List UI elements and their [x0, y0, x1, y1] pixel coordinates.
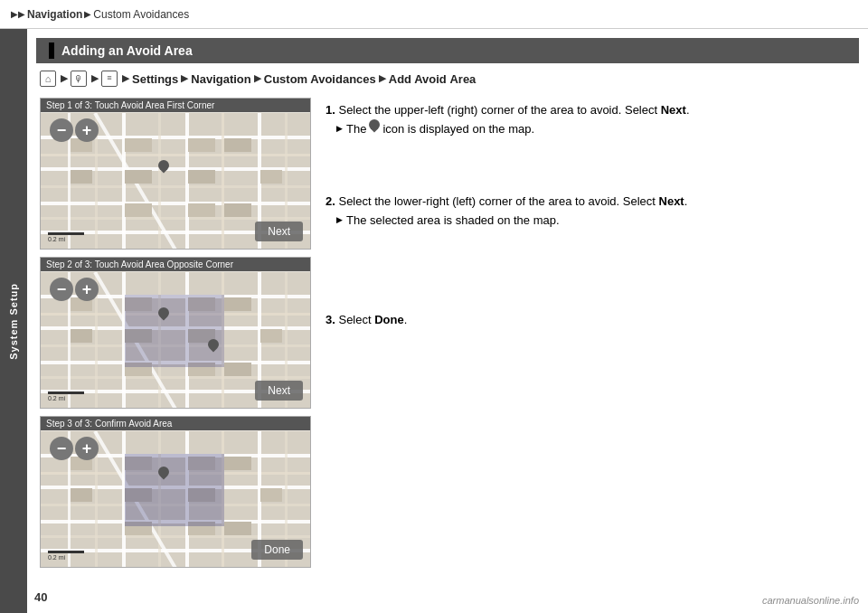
svg-rect-80: [224, 522, 251, 535]
map-1-zoom-controls[interactable]: − +: [50, 118, 99, 142]
section-header: Adding an Avoid Area: [36, 38, 859, 63]
map-3-scale-label: 0.2 mi: [48, 554, 65, 561]
svg-rect-19: [125, 170, 152, 184]
next-bold-1: Next: [661, 103, 686, 117]
map-card-3-title: Step 3 of 3: Confirm Avoid Area: [41, 417, 310, 430]
path-navigation: Navigation: [191, 71, 250, 89]
map-2-scale: 0.2 mi: [48, 391, 84, 402]
step-num-2: 2.: [326, 194, 335, 208]
instruction-3: 3. Select Done.: [326, 311, 855, 329]
map-3-done-btn[interactable]: Done: [251, 540, 303, 560]
map-card-1-title: Step 1 of 3: Touch Avoid Area First Corn…: [41, 99, 310, 112]
page-number: 40: [34, 590, 47, 604]
instruction-1-text: 1. Select the upper-left (right) corner …: [326, 101, 855, 119]
path-arrow-5: ▶: [254, 71, 261, 86]
watermark: carmanualsonline.info: [762, 595, 859, 606]
map-card-2-title: Step 2 of 3: Touch Avoid Area Opposite C…: [41, 258, 310, 271]
home-icon: ⌂: [40, 71, 56, 87]
map-2-next-btn[interactable]: Next: [255, 381, 303, 401]
svg-rect-4: [41, 202, 310, 205]
svg-rect-12: [222, 113, 224, 249]
svg-rect-5: [41, 217, 310, 220]
svg-rect-44: [71, 329, 92, 343]
zoom-in-btn-3[interactable]: +: [75, 437, 99, 460]
svg-rect-17: [71, 170, 92, 184]
zoom-out-btn-1[interactable]: −: [50, 118, 73, 142]
svg-rect-82: [125, 454, 224, 526]
path-area: Area: [449, 71, 476, 89]
instruction-1-sub: The icon is displayed on the map.: [326, 120, 855, 138]
path-arrow-3: ▶: [122, 71, 129, 86]
svg-rect-22: [224, 138, 251, 152]
path-custom-avoidances: Custom Avoidances: [264, 71, 376, 89]
path-arrow-2: ▶: [91, 71, 99, 86]
path-arrow-1: ▶: [61, 71, 68, 86]
svg-rect-25: [224, 203, 251, 217]
map-2-zoom-controls[interactable]: − +: [50, 278, 99, 301]
step-num-3: 3.: [326, 313, 335, 326]
zoom-out-btn-2[interactable]: −: [50, 278, 73, 301]
path-settings: Settings: [132, 71, 178, 89]
map-card-3: Step 3 of 3: Confirm Avoid Area: [40, 416, 311, 568]
instruction-2-sub: The selected area is shaded on the map.: [326, 212, 855, 230]
main-content: Adding an Avoid Area ⌂ ▶ 🎙 ▶ ≡ ▶ Setting…: [27, 29, 868, 613]
breadcrumb-nav: Navigation: [27, 8, 82, 21]
svg-rect-78: [260, 488, 282, 502]
map-3-zoom-controls[interactable]: − +: [50, 437, 99, 460]
next-bold-2: Next: [659, 194, 684, 208]
svg-rect-23: [260, 170, 282, 184]
zoom-in-btn-2[interactable]: +: [75, 278, 99, 301]
map-2-scale-label: 0.2 mi: [48, 395, 65, 401]
svg-rect-3: [41, 185, 310, 188]
zoom-out-btn-3[interactable]: −: [50, 437, 73, 460]
breadcrumb-custom: Custom Avoidances: [93, 8, 189, 21]
svg-rect-72: [71, 488, 92, 502]
map-cards-column: Step 1 of 3: Touch Avoid Area First Corn…: [40, 98, 311, 568]
map-2-scale-line: [48, 391, 84, 394]
svg-rect-54: [125, 295, 224, 367]
instruction-1: 1. Select the upper-left (right) corner …: [326, 101, 855, 138]
svg-rect-18: [125, 138, 152, 152]
sidebar: System Setup: [0, 29, 27, 613]
svg-rect-20: [188, 138, 215, 152]
svg-rect-52: [224, 363, 251, 376]
svg-rect-49: [224, 297, 251, 311]
section-accent-bar: [49, 42, 54, 59]
zoom-in-btn-1[interactable]: +: [75, 118, 99, 142]
map-3-scale: 0.2 mi: [48, 551, 84, 561]
svg-rect-21: [188, 170, 215, 184]
content-columns: Step 1 of 3: Touch Avoid Area First Corn…: [27, 94, 868, 568]
pin-icon-1: [367, 118, 382, 133]
svg-rect-60: [41, 535, 310, 538]
instruction-2: 2. Select the lower-right (left) corner …: [326, 193, 855, 230]
breadcrumb-arrows: ▶▶: [11, 9, 25, 19]
done-bold: Done: [374, 313, 404, 326]
path-bar: ⌂ ▶ 🎙 ▶ ≡ ▶ Settings ▶ Navigation ▶ Cust…: [27, 63, 868, 94]
map-card-1: Step 1 of 3: Touch Avoid Area First Corn…: [40, 98, 311, 250]
mic-icon: 🎙: [71, 71, 87, 87]
breadcrumb-bar: ▶▶ Navigation ▶ Custom Avoidances: [0, 0, 868, 29]
menu-icon: ≡: [101, 71, 118, 87]
svg-rect-24: [188, 203, 215, 217]
svg-rect-10: [158, 113, 161, 249]
map-1-scale: 0.2 mi: [48, 232, 84, 243]
map-1-scale-label: 0.2 mi: [48, 236, 65, 242]
path-add-avoid: Add Avoid: [389, 71, 447, 89]
sidebar-label: System Setup: [8, 283, 19, 360]
instructions-column: 1. Select the upper-left (right) corner …: [326, 98, 855, 568]
map-3-scale-line: [48, 551, 84, 553]
map-card-2: Step 2 of 3: Touch Avoid Area Opposite C…: [40, 257, 311, 409]
svg-rect-32: [41, 376, 310, 379]
svg-rect-77: [224, 457, 251, 470]
path-arrow-4: ▶: [181, 71, 188, 86]
section-title: Adding an Avoid Area: [61, 43, 193, 58]
step-num-1: 1.: [326, 103, 335, 117]
instruction-2-text: 2. Select the lower-right (left) corner …: [326, 193, 855, 211]
svg-rect-1: [41, 154, 310, 156]
svg-rect-26: [125, 203, 152, 217]
svg-rect-50: [260, 329, 282, 343]
map-1-scale-line: [48, 232, 84, 235]
map-1-next-btn[interactable]: Next: [255, 222, 303, 241]
path-arrow-6: ▶: [379, 71, 386, 86]
breadcrumb-sep1: ▶: [84, 9, 91, 19]
